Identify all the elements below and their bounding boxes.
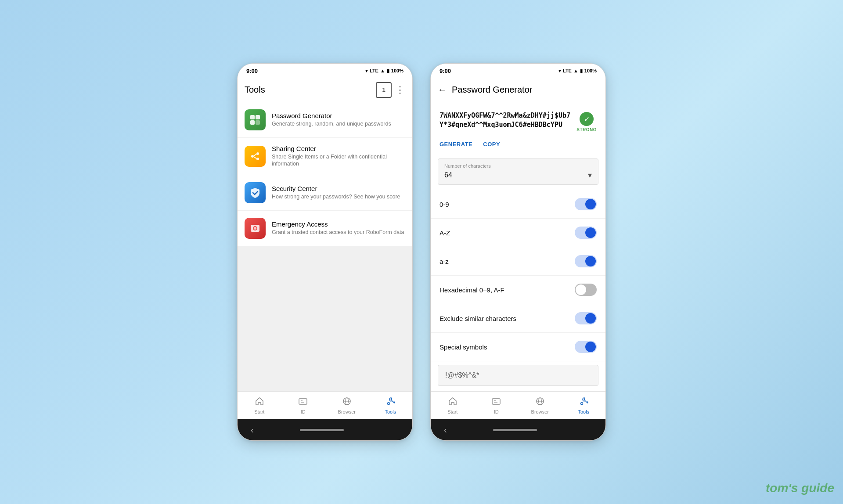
svg-point-18 <box>388 403 390 405</box>
emergency-access-text: Emergency Access Grant a trusted contact… <box>272 220 404 236</box>
battery-icon: ▮ <box>387 68 389 74</box>
status-icons-1: ▾ LTE ▲ ▮ 100% <box>365 68 403 74</box>
strength-label: STRONG <box>576 127 597 132</box>
special-symbols-box[interactable]: !@#$%^&* <box>438 365 598 386</box>
toggle-digits-switch[interactable] <box>575 198 597 210</box>
toggle-lowercase-knob <box>585 256 596 266</box>
bottom-nav-2: Start ID Browser Tools <box>431 391 605 419</box>
sharing-center-subtitle: Share Single Items or a Folder with conf… <box>272 153 405 168</box>
svg-rect-2 <box>250 120 255 125</box>
wifi-icon: ▾ <box>365 68 368 74</box>
svg-line-8 <box>254 157 256 158</box>
toggle-hexadecimal-label: Hexadecimal 0–9, A-F <box>440 286 504 294</box>
tools-icon-1 <box>385 396 395 408</box>
svg-point-25 <box>581 403 583 405</box>
browser-icon-1 <box>342 396 352 408</box>
badge-num: 1 <box>382 86 385 93</box>
generate-button[interactable]: GENERATE <box>440 141 472 148</box>
nav-tools-1[interactable]: Tools <box>369 392 413 419</box>
toggle-lowercase-label: a-z <box>440 258 449 265</box>
toggle-digits-knob <box>585 199 596 209</box>
home-bar-2: ‹ <box>431 419 605 440</box>
bottom-nav-1: Start ID Browser Tools <box>238 391 412 419</box>
nav-browser-2[interactable]: Browser <box>518 392 562 419</box>
time-1: 9:00 <box>246 68 258 74</box>
lte-label: LTE <box>370 68 378 73</box>
back-button-2[interactable]: ← <box>438 85 447 95</box>
security-center-title: Security Center <box>272 185 400 192</box>
list-item-password-generator[interactable]: Password Generator Generate strong, rand… <box>238 102 412 138</box>
battery-pct: 100% <box>391 68 403 73</box>
time-2: 9:00 <box>440 68 451 74</box>
nav-id-label-2: ID <box>494 409 499 414</box>
copy-button[interactable]: COPY <box>483 141 500 148</box>
nav-start-1[interactable]: Start <box>238 392 281 419</box>
nav-id-label-1: ID <box>301 409 306 414</box>
home-icon-1 <box>255 396 264 408</box>
toggle-digits: 0-9 <box>431 190 605 219</box>
badge-button-1[interactable]: 1 <box>376 82 392 98</box>
nav-id-1[interactable]: ID <box>281 392 325 419</box>
nav-browser-label-1: Browser <box>338 409 356 414</box>
special-symbols-value: !@#$%^&* <box>445 371 479 379</box>
toggle-exclude-similar-switch[interactable] <box>575 312 597 324</box>
toggle-exclude-similar-label: Exclude similar characters <box>440 315 516 322</box>
toggle-special-symbols-label: Special symbols <box>440 343 487 351</box>
nav-start-label-2: Start <box>447 409 458 414</box>
toggle-exclude-similar-knob <box>585 313 596 324</box>
toggle-special-symbols-switch[interactable] <box>575 341 597 353</box>
nav-id-2[interactable]: ID <box>475 392 519 419</box>
nav-start-2[interactable]: Start <box>431 392 475 419</box>
nav-tools-2[interactable]: Tools <box>562 392 606 419</box>
list-item-security-center[interactable]: Security Center How strong are your pass… <box>238 175 412 211</box>
list-item-sharing-center[interactable]: Sharing Center Share Single Items or a F… <box>238 138 412 175</box>
lte-label-2: LTE <box>563 68 572 73</box>
num-chars-section[interactable]: Number of characters 64 ▾ <box>438 158 598 185</box>
toggle-hexadecimal-switch[interactable] <box>575 284 597 296</box>
password-generator-subtitle: Generate strong, random, and unique pass… <box>272 120 391 127</box>
toggle-lowercase: a-z <box>431 247 605 276</box>
svg-point-11 <box>254 227 256 230</box>
password-generator-title: Password Generator <box>272 112 391 119</box>
watermark: tom's guide <box>766 481 834 495</box>
toggle-digits-label: 0-9 <box>440 201 449 208</box>
back-chevron-2[interactable]: ‹ <box>444 425 447 435</box>
back-chevron-1[interactable]: ‹ <box>251 425 254 435</box>
svg-point-4 <box>251 155 254 158</box>
password-generator-content: 7WANXXFyQGFW&7^^2RwMa&zDHY#jj$Ub7Y*3#qne… <box>431 102 605 391</box>
toggle-uppercase-switch[interactable] <box>575 227 597 239</box>
watermark-text1: tom's <box>766 481 798 495</box>
toggle-hexadecimal: Hexadecimal 0–9, A-F <box>431 276 605 304</box>
status-icons-2: ▾ LTE ▲ ▮ 100% <box>558 68 597 74</box>
pw-actions: GENERATE COPY <box>431 137 605 153</box>
toggle-lowercase-switch[interactable] <box>575 255 597 267</box>
app-title-1: Tools <box>245 85 372 95</box>
home-bar-1: ‹ <box>238 419 412 440</box>
nav-browser-1[interactable]: Browser <box>325 392 369 419</box>
sharing-center-text: Sharing Center Share Single Items or a F… <box>272 145 405 168</box>
num-chars-value: 64 <box>444 171 452 179</box>
home-pill-2 <box>493 429 537 431</box>
sharing-center-icon <box>245 146 266 167</box>
password-display: 7WANXXFyQGFW&7^^2RwMa&zDHY#jj$Ub7Y*3#qne… <box>431 102 605 137</box>
toggle-hexadecimal-knob <box>576 284 586 295</box>
toggle-uppercase-label: A-Z <box>440 229 450 237</box>
svg-point-6 <box>256 158 259 160</box>
password-generator-text: Password Generator Generate strong, rand… <box>272 112 391 127</box>
sharing-center-title: Sharing Center <box>272 145 405 152</box>
svg-line-7 <box>254 154 256 156</box>
home-icon-2 <box>448 396 458 408</box>
app-bar-2: ← Password Generator <box>431 78 605 102</box>
more-button-1[interactable]: ⋮ <box>395 84 405 96</box>
id-icon-1 <box>298 396 308 408</box>
watermark-text2: guide <box>801 481 834 495</box>
svg-rect-12 <box>299 399 307 404</box>
signal-icon: ▲ <box>380 68 385 73</box>
svg-rect-0 <box>250 115 255 119</box>
toggle-uppercase: A-Z <box>431 219 605 247</box>
nav-tools-label-1: Tools <box>385 409 396 414</box>
svg-rect-1 <box>256 115 260 119</box>
tools-list: Password Generator Generate strong, rand… <box>238 102 412 391</box>
list-item-emergency-access[interactable]: Emergency Access Grant a trusted contact… <box>238 211 412 246</box>
password-generator-icon <box>245 109 266 130</box>
